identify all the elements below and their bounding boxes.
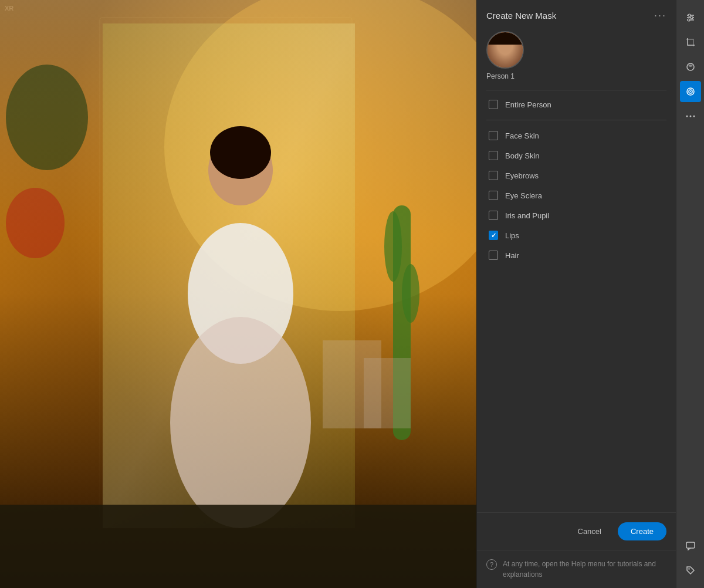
header-actions: ··· <box>654 9 666 22</box>
checkbox-body-skin-box[interactable] <box>489 151 498 160</box>
mask-panel: Create New Mask ··· Person 1 Entire Pers… <box>477 0 676 512</box>
sliders-tool-button[interactable] <box>680 7 701 28</box>
more-options-button[interactable]: ··· <box>654 9 666 22</box>
checkbox-entire-person-box[interactable] <box>489 100 498 109</box>
toolbar-bottom <box>680 535 701 581</box>
svg-point-28 <box>693 116 695 117</box>
checkbox-eye-sclera-label: Eye Sclera <box>505 191 542 200</box>
checkbox-hair-box[interactable] <box>489 251 498 260</box>
svg-point-21 <box>688 19 690 21</box>
avatar-face <box>488 32 523 67</box>
sliders-icon <box>685 12 696 23</box>
photo-area: XR <box>0 0 476 588</box>
tag-button[interactable] <box>680 560 701 581</box>
checkbox-lips-label: Lips <box>505 231 519 240</box>
more-tools-button[interactable] <box>680 106 701 127</box>
checkbox-iris-and-pupil-label: Iris and Pupil <box>505 211 549 220</box>
panel-title: Create New Mask <box>486 11 556 21</box>
checkbox-eyebrows-label: Eyebrows <box>505 171 539 180</box>
help-text: At any time, open the Help menu for tuto… <box>503 559 666 580</box>
svg-point-26 <box>686 116 688 117</box>
help-icon[interactable]: ? <box>486 559 497 570</box>
right-panel: Create New Mask ··· Person 1 Entire Pers… <box>476 0 676 588</box>
heal-icon <box>685 62 696 72</box>
svg-rect-29 <box>686 542 695 548</box>
checkbox-eyebrows-box[interactable] <box>489 171 498 180</box>
create-button[interactable]: Create <box>618 522 666 540</box>
toolbar <box>676 0 704 588</box>
checkbox-iris-and-pupil-box[interactable] <box>489 211 498 220</box>
watermark: XR <box>5 5 13 12</box>
help-section: ? At any time, open the Help menu for tu… <box>477 550 676 588</box>
crop-icon <box>685 37 696 48</box>
button-row: Cancel Create <box>477 512 676 550</box>
tag-icon <box>685 565 696 576</box>
svg-point-27 <box>689 116 691 117</box>
checkbox-iris-and-pupil[interactable]: Iris and Pupil <box>486 206 666 225</box>
checkbox-entire-person[interactable]: Entire Person <box>486 95 666 114</box>
checkbox-eye-sclera[interactable]: Eye Sclera <box>486 186 666 205</box>
chat-icon <box>685 540 696 551</box>
avatar-hair <box>488 32 523 45</box>
svg-point-19 <box>688 14 691 16</box>
cancel-button[interactable]: Cancel <box>567 522 612 540</box>
person-label: Person 1 <box>486 72 515 80</box>
divider-2 <box>486 120 666 120</box>
checkbox-body-skin-label: Body Skin <box>505 151 540 160</box>
checkbox-face-skin-box[interactable] <box>489 131 498 140</box>
person-avatar[interactable] <box>486 31 524 69</box>
checkbox-eye-sclera-box[interactable] <box>489 191 498 200</box>
checkbox-lips-box[interactable] <box>489 231 498 240</box>
more-tools-icon <box>685 115 696 117</box>
divider-1 <box>486 90 666 90</box>
chat-button[interactable] <box>680 535 701 556</box>
checkbox-lips[interactable]: Lips <box>486 226 666 245</box>
toolbar-top <box>680 7 701 127</box>
svg-point-25 <box>690 91 691 92</box>
mask-tool-button[interactable] <box>680 81 701 102</box>
checkbox-hair-label: Hair <box>505 251 519 260</box>
heal-tool-button[interactable] <box>680 56 701 77</box>
photo-background <box>0 0 476 588</box>
svg-point-20 <box>691 16 693 19</box>
checkbox-face-skin[interactable]: Face Skin <box>486 126 666 145</box>
checkbox-body-skin[interactable]: Body Skin <box>486 146 666 165</box>
checkbox-list: Entire Person Face Skin Body Skin Eyebro… <box>486 95 666 265</box>
person-section: Person 1 <box>486 31 666 80</box>
checkbox-face-skin-label: Face Skin <box>505 131 539 140</box>
checkbox-eyebrows[interactable]: Eyebrows <box>486 166 666 185</box>
mask-header: Create New Mask ··· <box>486 9 666 22</box>
checkbox-hair[interactable]: Hair <box>486 246 666 265</box>
mask-icon <box>685 86 696 97</box>
checkbox-entire-person-label: Entire Person <box>505 100 551 109</box>
crop-tool-button[interactable] <box>680 32 701 53</box>
svg-point-30 <box>688 568 689 569</box>
